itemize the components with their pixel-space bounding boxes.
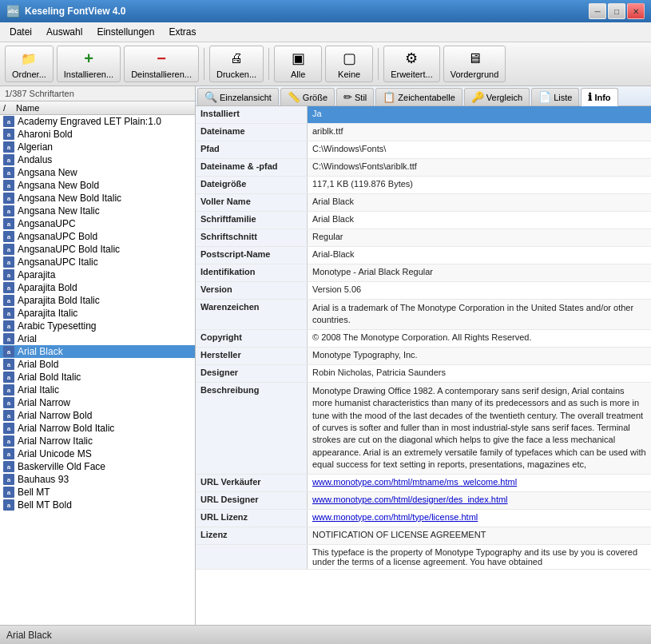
list-item[interactable]: aBauhaus 93	[0, 473, 195, 486]
list-item[interactable]: aAparajita Bold Italic	[0, 294, 195, 307]
close-button[interactable]: ✕	[627, 3, 645, 19]
info-value: Regular	[308, 229, 651, 246]
font-icon: a	[3, 193, 14, 204]
tab-stil[interactable]: ✏Stil	[336, 88, 374, 105]
info-row: BeschreibungMonotype Drawing Office 1982…	[196, 383, 651, 475]
font-name: Aparajita Bold	[18, 282, 77, 293]
menu-datei[interactable]: Datei	[3, 24, 38, 40]
font-name: Academy Engraved LET Plain:1.0	[18, 116, 161, 127]
toolbar-sep-3	[378, 48, 379, 80]
list-item[interactable]: aAngsana New Bold	[0, 179, 195, 192]
tab-grosse[interactable]: 📏Größe	[280, 88, 335, 105]
ordner-button[interactable]: 📁 Ordner...	[5, 46, 54, 82]
list-item[interactable]: aAlgerian	[0, 141, 195, 153]
list-item[interactable]: aAparajita Bold	[0, 281, 195, 294]
vordergrund-button[interactable]: 🖥 Vordergrund	[443, 46, 506, 82]
keine-button[interactable]: ▢ Keine	[325, 46, 373, 82]
font-icon: a	[3, 372, 14, 383]
info-label: Pfad	[196, 141, 308, 158]
font-name: AngsanaUPC Italic	[18, 256, 98, 268]
tab-liste[interactable]: 📄Liste	[531, 88, 579, 105]
list-item[interactable]: aAngsanaUPC Bold	[0, 230, 195, 243]
info-label: Dateigröße	[196, 177, 308, 193]
menu-extras[interactable]: Extras	[162, 24, 202, 40]
list-item[interactable]: aAngsana New Italic	[0, 205, 195, 217]
info-row: Voller NameArial Black	[196, 194, 651, 212]
list-item[interactable]: aArial Black	[0, 345, 195, 358]
font-list[interactable]: aAcademy Engraved LET Plain:1.0aAharoni …	[0, 115, 195, 625]
info-label: Version	[196, 282, 308, 299]
font-icon: a	[3, 244, 14, 255]
list-item[interactable]: aAngsanaUPC Bold Italic	[0, 243, 195, 256]
info-label: Hersteller	[196, 348, 308, 364]
ordner-label: Ordner...	[12, 70, 46, 79]
list-item[interactable]: aAcademy Engraved LET Plain:1.0	[0, 115, 195, 128]
menu-einstellungen[interactable]: Einstellungen	[90, 24, 161, 40]
tab-einzelansicht[interactable]: 🔍Einzelansicht	[197, 88, 279, 105]
list-item[interactable]: aBaskerville Old Face	[0, 460, 195, 473]
list-item[interactable]: aArial	[0, 332, 195, 345]
name-column[interactable]: Name	[16, 103, 192, 113]
erweitert-button[interactable]: ⚙ Erweitert...	[383, 46, 440, 82]
list-item[interactable]: aAndalus	[0, 153, 195, 166]
list-item[interactable]: aAparajita Italic	[0, 307, 195, 320]
font-icon: a	[3, 308, 14, 319]
drucken-button[interactable]: 🖨 Drucken...	[209, 46, 264, 82]
list-item[interactable]: aArial Narrow Italic	[0, 435, 195, 447]
list-item[interactable]: aAngsana New	[0, 166, 195, 179]
list-item[interactable]: aArial Narrow Bold Italic	[0, 422, 195, 435]
list-item[interactable]: aArial Narrow	[0, 396, 195, 409]
info-table[interactable]: InstalliertJaDateinameariblk.ttfPfadC:\W…	[196, 106, 651, 625]
tab-label-einzelansicht: Einzelansicht	[220, 93, 272, 102]
list-item[interactable]: aBell MT	[0, 486, 195, 499]
minimize-button[interactable]: ─	[589, 3, 606, 19]
deinstallieren-button[interactable]: − Deinstallieren...	[124, 46, 199, 82]
list-item[interactable]: aArial Bold	[0, 358, 195, 371]
list-item[interactable]: aAngsanaUPC	[0, 217, 195, 230]
info-label: URL Designer	[196, 492, 308, 509]
info-label: Lizenz	[196, 527, 308, 544]
info-row: This typeface is the property of Monotyp…	[196, 545, 651, 570]
tab-icon-einzelansicht: 🔍	[204, 91, 217, 103]
info-value[interactable]: www.monotype.com/html/type/license.html	[308, 510, 651, 527]
info-label: Dateiname	[196, 124, 308, 141]
list-item[interactable]: aArial Bold Italic	[0, 371, 195, 384]
list-item[interactable]: aArabic Typesetting	[0, 320, 195, 332]
tab-vergleich[interactable]: 🔑Vergleich	[464, 88, 530, 105]
list-item[interactable]: aAparajita	[0, 268, 195, 281]
status-text: Arial Black	[6, 630, 52, 641]
font-name: Baskerville Old Face	[18, 461, 105, 472]
info-row: SchriftschnittRegular	[196, 229, 651, 247]
info-value: Arial Black	[308, 212, 651, 229]
list-item[interactable]: aBell MT Bold	[0, 499, 195, 511]
info-label: URL Lizenz	[196, 510, 308, 527]
info-value[interactable]: www.monotype.com/html/mtname/ms_welcome.…	[308, 475, 651, 491]
info-value[interactable]: www.monotype.com/html/designer/des_index…	[308, 492, 651, 509]
list-item[interactable]: aAngsana New Bold Italic	[0, 192, 195, 205]
font-name: AngsanaUPC	[18, 218, 76, 229]
list-item[interactable]: aArial Italic	[0, 384, 195, 396]
sort-column[interactable]: /	[3, 103, 16, 113]
maximize-button[interactable]: □	[608, 3, 625, 19]
tab-zeichentabelle[interactable]: 📋Zeichentabelle	[375, 88, 462, 105]
alle-button[interactable]: ▣ Alle	[274, 46, 322, 82]
list-item[interactable]: aArial Narrow Bold	[0, 409, 195, 422]
tab-info[interactable]: ℹInfo	[581, 88, 617, 106]
font-icon: a	[3, 231, 14, 242]
font-name: Arial	[18, 333, 37, 344]
font-icon: a	[3, 180, 14, 191]
uninstall-icon: −	[152, 49, 171, 68]
list-item[interactable]: aAngsanaUPC Italic	[0, 256, 195, 268]
font-name: Angsana New Italic	[18, 205, 100, 217]
print-icon: 🖨	[227, 49, 246, 68]
info-value: This typeface is the property of Monotyp…	[308, 545, 651, 569]
font-name: Arial Narrow Bold Italic	[18, 423, 114, 434]
vordergrund-label: Vordergrund	[451, 70, 499, 79]
installieren-label: Installieren...	[64, 70, 113, 79]
list-item[interactable]: aArial Unicode MS	[0, 447, 195, 460]
font-icon: a	[3, 256, 14, 268]
list-item[interactable]: aAharoni Bold	[0, 128, 195, 141]
tab-label-liste: Liste	[554, 93, 572, 102]
menu-auswahl[interactable]: Auswahl	[40, 24, 89, 40]
installieren-button[interactable]: + Installieren...	[57, 46, 121, 82]
